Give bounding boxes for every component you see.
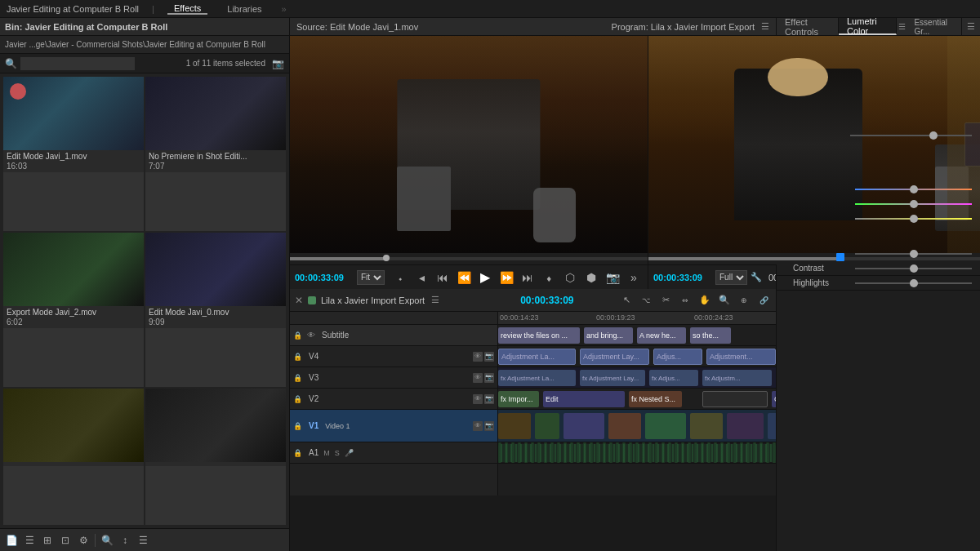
new-item-btn[interactable]: 📄 [3, 532, 20, 549]
track-label-v4: 🔒 V4 👁 📷 [290, 346, 497, 367]
subtitle-clip-2[interactable]: and bring... [584, 327, 633, 344]
a1-audio-clip[interactable] [498, 444, 776, 462]
play-btn[interactable]: ▶ [476, 269, 494, 287]
highlights-slider[interactable] [855, 282, 972, 284]
v3-clip-2[interactable]: fx Adjustment Lay... [580, 370, 645, 386]
grid-view-btn[interactable]: ⊞ [39, 532, 56, 549]
v2-clip-5[interactable]: C13 [772, 391, 776, 407]
intensity-thumb [929, 131, 938, 140]
find-btn[interactable]: 🔍 [99, 532, 115, 549]
settings-btn[interactable]: ☰ [135, 532, 151, 549]
temperature-slider[interactable] [855, 189, 972, 190]
timeline-close-btn[interactable]: ✕ [295, 295, 303, 306]
step-back-btn[interactable]: ◂ [412, 269, 430, 287]
v1-clip-6[interactable] [690, 413, 723, 439]
freeform-view-btn[interactable]: ⊡ [57, 532, 74, 549]
v4-adj-4[interactable]: Adjustment... [706, 349, 776, 365]
ruler-time-1: 00:00:19:23 [596, 313, 635, 322]
media-item[interactable] [3, 389, 144, 525]
v1-clip-5[interactable] [645, 413, 686, 439]
tint-slider[interactable] [855, 203, 972, 205]
contrast-slider[interactable] [855, 268, 972, 269]
v3-clip-3[interactable]: fx Adjus... [649, 370, 698, 386]
automate-btn[interactable]: ⚙ [75, 532, 91, 549]
tl-hand-tool[interactable]: ✋ [697, 293, 712, 308]
v2-clip-3[interactable]: fx Nested S... [629, 391, 682, 407]
media-item[interactable]: Export Mode Javi_2.mov 6:02 [3, 233, 144, 387]
v4-adj-2[interactable]: Adjustment Lay... [580, 349, 649, 365]
timeline-ruler[interactable]: 00:00:14:23 00:00:19:23 00:00:24:23 00:0… [498, 312, 776, 325]
prev-edit-btn[interactable]: ⏪ [455, 269, 473, 287]
tl-zoom-tool[interactable]: 🔍 [717, 293, 732, 308]
saturation-slider[interactable] [855, 218, 972, 220]
next-edit-btn[interactable]: ⏩ [497, 269, 515, 287]
media-item[interactable]: No Premiere in Shot Editi... 7:07 [145, 77, 286, 231]
source-scrubbar[interactable] [290, 253, 648, 264]
tl-snap-btn[interactable]: ⊕ [737, 293, 751, 308]
tl-slip-tool[interactable]: ⇔ [678, 293, 693, 308]
v3-clip-4[interactable]: fx Adjustm... [702, 370, 772, 386]
search-bar: 🔍 1 of 11 items selected 📷 [0, 54, 289, 73]
v1-clip-7[interactable] [727, 413, 764, 439]
subtitle-clip-1[interactable]: review the files on ... [498, 327, 580, 344]
v1-track-content [498, 410, 776, 442]
v2-icons: 👁 📷 [473, 394, 494, 404]
mark-out-btn[interactable]: ⬧ [540, 269, 558, 287]
v4-adj-3[interactable]: Adjus... [653, 349, 702, 365]
v1-clip-3[interactable] [564, 413, 604, 439]
v2-clip-4[interactable] [702, 391, 768, 407]
v1-clip-2[interactable] [535, 413, 559, 439]
insert-btn[interactable]: ⬡ [561, 269, 579, 287]
effect-controls-tab[interactable]: Effect Controls [777, 18, 839, 35]
mark-in-btn[interactable]: ⬩ [391, 269, 409, 287]
v1-icons: 👁 📷 [473, 421, 494, 431]
v3-clip-1[interactable]: fx Adjustment La... [498, 370, 576, 386]
lumetri-color-tab[interactable]: Lumetri Color [839, 18, 897, 35]
source-video-frame [290, 36, 648, 253]
v2-track-content: fx Impor... Edit fx Nested S... C13 fx E… [498, 389, 776, 410]
lumetri-menu-icon[interactable]: ☰ [898, 22, 906, 31]
effects-tab[interactable]: Effects [167, 3, 207, 15]
export-frame-btn[interactable]: 📷 [604, 269, 621, 287]
step-fwd-btn[interactable]: ⏭ [519, 269, 537, 287]
overwrite-btn[interactable]: ⬢ [582, 269, 600, 287]
subtitle-clip-3[interactable]: A new he... [637, 327, 686, 344]
essential-gr-tab[interactable]: Essential Gr... [906, 18, 962, 35]
source-timecode: 00:00:33:09 [295, 273, 354, 282]
subtitle-clip-4[interactable]: so the... [690, 327, 731, 344]
v2-clip-1[interactable]: fx Impor... [498, 391, 539, 407]
media-label: Export Mode Javi_2.mov [3, 306, 144, 318]
tl-selection-tool[interactable]: ↖ [619, 293, 634, 308]
ruler-spacer [290, 312, 497, 325]
v4-adj-1[interactable]: Adjustment La... [498, 349, 576, 365]
temperature-thumb [910, 185, 918, 193]
v2-clip-2[interactable]: Edit [543, 391, 625, 407]
media-label: Edit Mode Javi_0.mov [145, 306, 286, 318]
source-fit-select[interactable]: Fit [357, 270, 385, 285]
source-monitor-title: Source: Edit Mode Javi_1.mov [290, 22, 425, 32]
media-item[interactable]: Edit Mode Javi_0.mov 9:09 [145, 233, 286, 387]
program-scrubbar[interactable] [648, 253, 980, 264]
v1-clip-4[interactable] [608, 413, 641, 439]
program-menu-icon[interactable]: ☰ [761, 21, 769, 32]
more-tabs[interactable]: » [282, 4, 287, 14]
tl-razor-tool[interactable]: ✂ [658, 293, 673, 308]
timeline-menu-icon[interactable]: ☰ [431, 295, 439, 305]
program-fit-select[interactable]: Full [715, 270, 747, 285]
search-input[interactable] [20, 57, 135, 70]
panel-menu-icon[interactable]: ☰ [962, 21, 980, 32]
v1-clip-1[interactable] [498, 413, 531, 439]
tl-ripple-tool[interactable]: ⌥ [639, 293, 653, 308]
v1-clip-8[interactable] [768, 413, 776, 439]
media-item[interactable] [145, 389, 286, 525]
tl-linked-btn[interactable]: 🔗 [756, 293, 771, 308]
source-more-btn[interactable]: » [625, 269, 643, 287]
exposure-slider[interactable] [855, 253, 972, 255]
sort-btn[interactable]: ↕ [117, 532, 133, 549]
list-view-btn[interactable]: ☰ [21, 532, 38, 549]
program-progress-fill [648, 257, 836, 260]
intensity-slider[interactable] [850, 135, 972, 136]
media-item[interactable]: Edit Mode Javi_1.mov 16:03 [3, 77, 144, 231]
step-back2-btn[interactable]: ⏮ [434, 269, 452, 287]
libraries-tab[interactable]: Libraries [220, 4, 268, 14]
